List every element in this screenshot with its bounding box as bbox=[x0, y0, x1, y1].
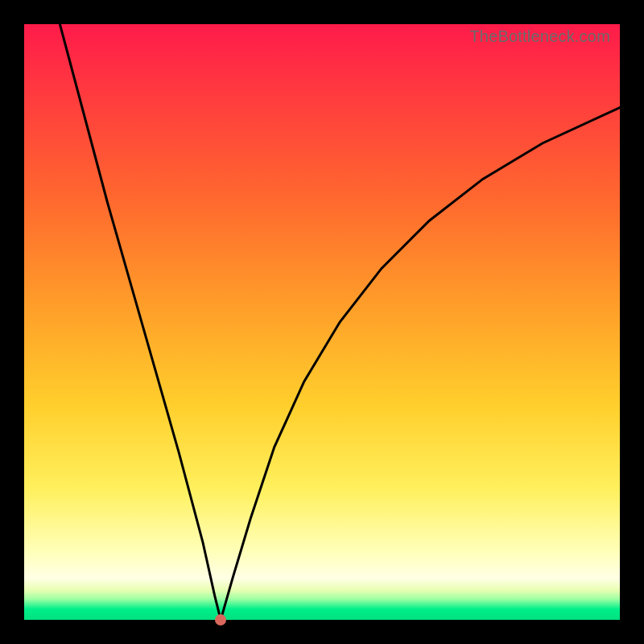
curve-left bbox=[60, 24, 221, 620]
plot-area: TheBottleneck.com bbox=[24, 24, 620, 620]
curve-right bbox=[221, 108, 620, 620]
bottleneck-curve bbox=[24, 24, 620, 620]
chart-frame: TheBottleneck.com bbox=[0, 0, 644, 644]
minimum-marker bbox=[215, 614, 226, 625]
